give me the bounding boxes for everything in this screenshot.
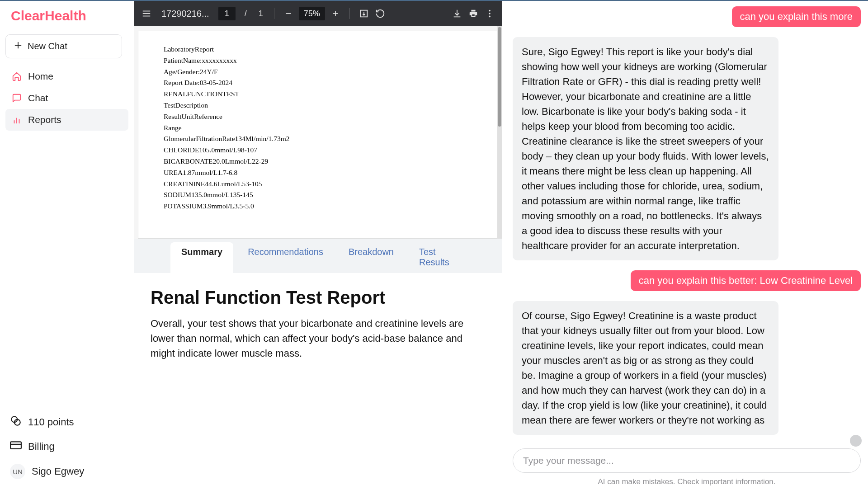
chat-message-user: can you explain this more <box>732 6 861 27</box>
tab-test-results[interactable]: Test Results <box>408 242 466 273</box>
pdf-title: 17290216... <box>161 9 209 19</box>
pdf-text-line: RENALFUNCTIONTEST <box>164 89 472 100</box>
credit-card-icon <box>10 440 22 453</box>
print-icon[interactable] <box>467 8 479 19</box>
pdf-text-line: UREA1.87mmol/L1.7-6.8 <box>164 167 472 179</box>
pdf-text-line: PatientName:xxxxxxxxxx <box>164 55 472 66</box>
sidebar-item-label: Home <box>28 71 53 82</box>
tab-summary[interactable]: Summary <box>170 242 233 273</box>
report-summary: Overall, your test shows that your bicar… <box>151 316 486 361</box>
chat-message-ai: Of course, Sigo Egwey! Creatinine is a w… <box>513 301 778 435</box>
report-body: Renal Function Test Report Overall, your… <box>134 273 502 490</box>
coins-icon <box>10 415 22 429</box>
user-name: Sigo Egwey <box>32 466 84 477</box>
pdf-text-line: Report Date:03-05-2024 <box>164 77 472 89</box>
sidebar-item-home[interactable]: Home <box>5 66 128 87</box>
pdf-text-line: LaboratoryReport <box>164 44 472 55</box>
user-row[interactable]: UN Sigo Egwey <box>5 458 128 485</box>
pdf-text-line: CREATININE44.6Lumol/L53-105 <box>164 179 472 190</box>
chat-panel: can you explain this moreSure, Sigo Egwe… <box>502 1 868 490</box>
pdf-scrollbar[interactable] <box>497 26 502 239</box>
billing-row[interactable]: Billing <box>5 435 128 458</box>
new-chat-label: New Chat <box>28 41 67 52</box>
pdf-page-input[interactable] <box>218 7 236 20</box>
sidebar-item-chat[interactable]: Chat <box>5 87 128 109</box>
pdf-zoom-input[interactable] <box>299 7 325 20</box>
pdf-page-sep: / <box>245 9 247 19</box>
pdf-text-line: POTASSIUM3.9mmol/L3.5-5.0 <box>164 201 472 212</box>
pdf-text-line: Range <box>164 122 472 134</box>
home-icon <box>12 71 22 81</box>
sidebar-item-label: Chat <box>28 93 48 104</box>
points-row[interactable]: 110 points <box>5 410 128 435</box>
report-title: Renal Function Test Report <box>151 287 486 308</box>
menu-icon[interactable] <box>141 8 152 19</box>
chat-message-ai: Sure, Sigo Egwey! This report is like yo… <box>513 37 778 260</box>
chat-input[interactable] <box>513 448 861 473</box>
pdf-page-total: 1 <box>259 9 263 19</box>
scroll-indicator-icon <box>850 435 862 447</box>
pdf-toolbar: 17290216... / 1 <box>134 1 502 26</box>
pdf-text-line: ResultUnitReference <box>164 111 472 122</box>
pdf-scrollbar-thumb[interactable] <box>498 27 501 127</box>
sidebar: ClearHealth New Chat Home Chat Reports <box>0 1 134 490</box>
chat-icon <box>12 93 22 103</box>
new-chat-button[interactable]: New Chat <box>5 34 122 58</box>
chat-messages: can you explain this moreSure, Sigo Egwe… <box>513 6 861 443</box>
svg-point-18 <box>489 10 491 12</box>
tab-recommendations[interactable]: Recommendations <box>237 242 334 273</box>
report-tabs: Summary Recommendations Breakdown Test R… <box>134 239 502 273</box>
billing-label: Billing <box>28 441 55 452</box>
pdf-text-line: GlomerularFiltrationRate134Ml/min/1.73m2 <box>164 133 472 145</box>
svg-rect-7 <box>10 442 21 448</box>
tab-breakdown[interactable]: Breakdown <box>338 242 405 273</box>
pdf-text-line: Age/Gender:24Y/F <box>164 66 472 78</box>
sidebar-item-reports[interactable]: Reports <box>5 109 128 131</box>
pdf-viewer[interactable]: LaboratoryReportPatientName:xxxxxxxxxxAg… <box>134 26 502 239</box>
zoom-in-icon[interactable] <box>330 8 341 19</box>
more-icon[interactable] <box>484 8 495 19</box>
fit-page-icon[interactable] <box>358 8 370 19</box>
svg-point-19 <box>489 13 491 14</box>
avatar: UN <box>10 464 25 479</box>
plus-icon <box>13 40 23 52</box>
points-label: 110 points <box>28 416 74 428</box>
sidebar-item-label: Reports <box>28 114 61 125</box>
pdf-text-line: SODIUM135.0mmol/L135-145 <box>164 189 472 201</box>
pdf-text-line: TestDescription <box>164 100 472 111</box>
zoom-out-icon[interactable] <box>283 8 294 19</box>
bar-chart-icon <box>12 115 22 125</box>
brand-logo: ClearHealth <box>11 8 128 24</box>
download-icon[interactable] <box>451 8 463 19</box>
chat-message-user: can you explain this better: Low Creatin… <box>631 270 861 291</box>
rotate-icon[interactable] <box>374 8 386 19</box>
pdf-page: LaboratoryReportPatientName:xxxxxxxxxxAg… <box>138 31 498 239</box>
pdf-text-line: CHLORIDE105.0mmol/L98-107 <box>164 145 472 156</box>
center-column: 17290216... / 1 <box>134 1 502 490</box>
svg-point-20 <box>489 16 491 18</box>
chat-disclaimer: AI can make mistakes. Check important in… <box>513 477 861 486</box>
pdf-text-line: BICARBONATE20.0Lmmol/L22-29 <box>164 156 472 167</box>
